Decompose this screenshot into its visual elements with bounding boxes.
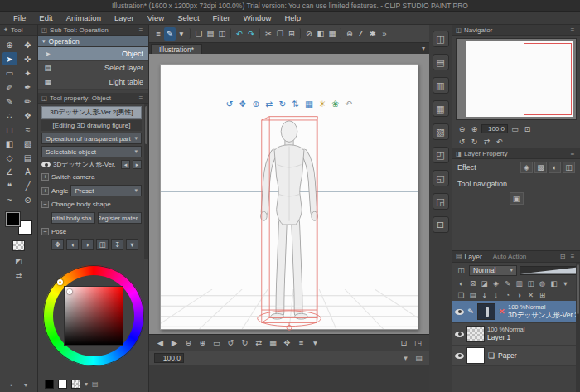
extract-line-icon[interactable]: ◫ [563, 162, 575, 173]
hue-marker[interactable] [57, 279, 63, 285]
pen-tool-icon[interactable]: ✒ [21, 80, 36, 94]
decoration-tool-icon[interactable]: ❖ [21, 109, 36, 122]
rotate-left-icon[interactable]: ↺ [225, 336, 237, 349]
deselect-icon[interactable]: ⊘ [303, 27, 315, 41]
zoom-tool-icon[interactable]: ⊕ [2, 38, 17, 51]
background-color-swatch[interactable] [18, 220, 32, 235]
canvas-tab[interactable]: Illustration* [151, 44, 202, 54]
blend-tool-icon[interactable]: ≈ [21, 123, 36, 136]
collapse-icon[interactable] [41, 228, 49, 235]
eye-icon[interactable] [455, 353, 464, 359]
airbrush-tool-icon[interactable]: ∴ [2, 109, 17, 122]
canvas-viewport[interactable]: ↺✥⊕⇄↻⇅▦☀❀↶ [149, 54, 429, 334]
hand-icon[interactable]: ✥ [281, 336, 293, 349]
nav-fit-icon[interactable]: ▭ [510, 124, 520, 134]
model-rotate-icon[interactable]: ↻ [278, 98, 288, 109]
camera-pan-icon[interactable]: ✥ [238, 98, 249, 109]
opacity-slider[interactable] [520, 266, 577, 275]
pencil-tool-icon[interactable]: ✎ [2, 94, 17, 108]
eye-icon[interactable] [41, 162, 51, 167]
merge-down-icon[interactable]: ↓ [491, 290, 501, 300]
palette-menu-icon[interactable]: ≡ [568, 149, 577, 157]
layer-menu-caret-icon[interactable]: ▾ [560, 278, 571, 288]
undo-icon[interactable]: ↶ [234, 27, 245, 41]
text-tool-icon[interactable]: A [21, 165, 36, 178]
material-download-palette-icon[interactable]: ◲ [433, 193, 449, 210]
layer-color-icon[interactable]: ◐ [549, 162, 561, 173]
onion-skin-icon[interactable]: ▥ [514, 278, 524, 288]
zoom-preset-caret-icon[interactable]: ▾ [400, 353, 411, 363]
flip-horizontal-icon[interactable]: ⇄ [253, 336, 265, 349]
border-effect-icon[interactable]: ◈ [520, 162, 533, 173]
sub-tool-item-object[interactable]: ➤ Object [38, 47, 148, 61]
initial-body-shape-button[interactable]: Initial body sha... [51, 212, 95, 224]
switch-colors-icon[interactable]: ⇄ [12, 270, 25, 281]
transparent-part-dropdown[interactable]: Operation of transparent part [41, 133, 142, 144]
zoom-in-icon[interactable]: ⊕ [196, 336, 209, 349]
collapse-icon[interactable] [41, 201, 49, 208]
transparent-color-chip[interactable] [12, 240, 25, 251]
open-file-icon[interactable]: ▤ [205, 27, 216, 41]
move-tool-icon[interactable]: ✥ [21, 38, 36, 51]
settings-icon[interactable]: ✱ [367, 27, 379, 41]
camera-rotate-icon[interactable]: ↺ [225, 98, 235, 109]
material-color-palette-icon[interactable]: ▤ [433, 54, 449, 70]
nav-flip-horizontal-icon[interactable]: ⇄ [481, 137, 492, 147]
layer-settings-icon[interactable]: ⊞ [537, 290, 548, 300]
color-sliders-icon[interactable]: ▤ [92, 380, 99, 388]
brush-tool-icon[interactable]: ✏ [21, 94, 36, 108]
palette-menu-icon[interactable]: ≡ [137, 26, 145, 34]
3d-drawing-figure[interactable] [223, 115, 355, 334]
material-mono-palette-icon[interactable]: ▥ [433, 77, 449, 94]
pose-import-icon[interactable]: ↧ [111, 239, 123, 250]
palette-menu-icon[interactable]: ≡ [568, 253, 577, 261]
floor-snap-icon[interactable]: ▦ [304, 98, 315, 109]
model-lift-icon[interactable]: ⇅ [291, 98, 302, 109]
current-tool-icon[interactable]: ✎ [164, 27, 176, 41]
pose-figure-icon[interactable]: ✥ [51, 239, 64, 250]
canvas-more-icon[interactable]: ▾ [309, 336, 321, 349]
new-layer-icon[interactable]: ❏ [456, 290, 466, 300]
canvas-page[interactable]: ↺✥⊕⇄↻⇅▦☀❀↶ [160, 64, 418, 330]
cut-icon[interactable]: ✂ [263, 27, 274, 41]
status-menu-icon[interactable]: ▤ [413, 353, 424, 363]
nav-zoom-out-icon[interactable]: ⊖ [457, 124, 467, 134]
zoom-out-icon[interactable]: ⊖ [182, 336, 195, 349]
transform-icon[interactable]: ⊡ [398, 336, 410, 349]
nav-reset-icon[interactable]: ↶ [494, 137, 505, 147]
menu-file[interactable]: File [7, 13, 32, 22]
palette-dock-icon[interactable]: ⊟ [558, 253, 567, 261]
lock-layer-icon[interactable]: ⊠ [467, 278, 478, 288]
tool-strip-bottom-icon[interactable]: ▪ [7, 380, 17, 390]
saturation-value-square[interactable] [64, 286, 123, 346]
expand-icon[interactable] [41, 173, 49, 181]
layer-mask-icon[interactable]: ◍ [537, 278, 548, 288]
frame-border-tool-icon[interactable]: ▤ [21, 151, 36, 164]
blend-mode-dropdown[interactable]: Normal [469, 265, 517, 276]
eyedropper-tool-icon[interactable]: ✐ [2, 80, 17, 94]
pose-menu-icon[interactable]: ▾ [126, 239, 138, 250]
ruler-tool-icon[interactable]: ∠ [2, 165, 17, 178]
pixel-grid-icon[interactable]: ▦ [267, 336, 279, 349]
pop-window-icon[interactable]: ◳ [412, 336, 424, 349]
navigator-preview[interactable] [456, 38, 577, 120]
grid-icon[interactable]: ▦ [326, 27, 338, 41]
saturation-value-marker[interactable] [67, 289, 72, 294]
layer-row-layer1[interactable]: 100 %Normal Layer 1 [452, 323, 580, 346]
eye-icon[interactable] [455, 332, 464, 337]
light-source-icon[interactable]: ☀ [317, 98, 328, 109]
nav-zoom-in-icon[interactable]: ⊕ [469, 124, 480, 134]
model-move-icon[interactable]: ⇄ [264, 98, 275, 109]
tab-list-caret-icon[interactable]: ▾ [422, 45, 429, 54]
material-primitive-palette-icon[interactable]: ◱ [433, 170, 449, 186]
previous-model-button[interactable] [121, 160, 130, 169]
menu-filter[interactable]: Filter [206, 13, 237, 22]
prev-icon[interactable]: ◀ [154, 336, 167, 349]
sub-tool-group-header[interactable]: ▾ Operation [38, 36, 148, 47]
navigator-zoom-value[interactable]: 100.0 [481, 124, 508, 133]
selection-area-tool-icon[interactable]: ▭ [2, 66, 17, 80]
next-model-button[interactable] [133, 160, 142, 169]
fill-icon[interactable]: ◧ [315, 27, 326, 41]
auto-select-tool-icon[interactable]: ✦ [21, 66, 36, 80]
paste-icon[interactable]: ⊞ [286, 27, 297, 41]
